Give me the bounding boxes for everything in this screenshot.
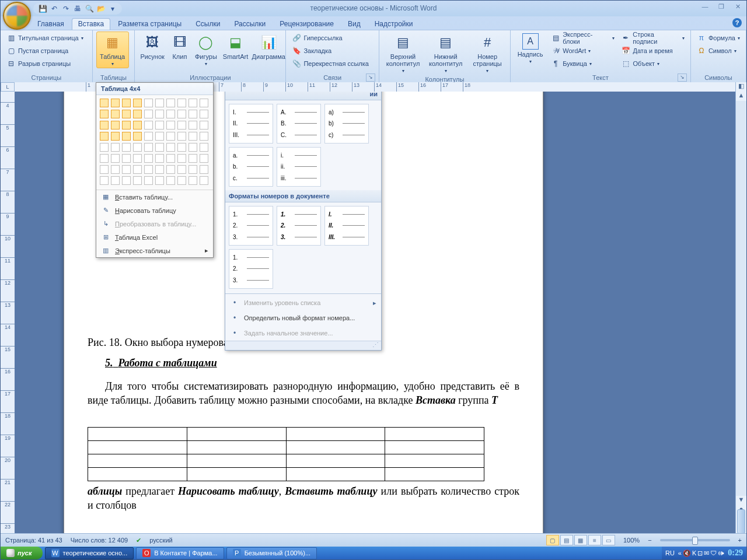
grid-cell[interactable] bbox=[100, 110, 109, 118]
scroll-thumb[interactable] bbox=[737, 509, 745, 534]
btn-hyperlink[interactable]: Гиперссылка bbox=[289, 32, 371, 44]
grid-cell[interactable] bbox=[111, 154, 120, 163]
btn-page-break[interactable]: ⊟Разрыв страницы bbox=[4, 57, 86, 70]
grid-cell[interactable] bbox=[144, 154, 153, 163]
tab-layout[interactable]: Разметка страницы bbox=[111, 18, 188, 30]
grid-cell[interactable] bbox=[200, 154, 208, 163]
grid-cell[interactable] bbox=[111, 176, 120, 185]
grid-cell[interactable] bbox=[100, 176, 109, 185]
grid-cell[interactable] bbox=[111, 99, 120, 107]
grid-cell[interactable] bbox=[111, 110, 120, 118]
text-launcher[interactable]: ↘ bbox=[678, 74, 687, 82]
grid-cell[interactable] bbox=[155, 154, 164, 163]
grid-cell[interactable] bbox=[177, 154, 186, 163]
btn-shapes[interactable]: Фигуры bbox=[193, 32, 219, 68]
tray-icon[interactable]: ⊡ bbox=[697, 550, 703, 556]
btn-footer[interactable]: Нижний колонтитул bbox=[425, 32, 466, 75]
office-button[interactable] bbox=[3, 2, 31, 30]
scroll-up-button[interactable]: ▲ bbox=[736, 92, 746, 101]
btn-table[interactable]: Таблица bbox=[96, 32, 129, 68]
grid-cell[interactable] bbox=[189, 132, 197, 141]
table-menu-item[interactable]: ✎Нарисовать таблицу bbox=[96, 204, 213, 217]
grid-cell[interactable] bbox=[189, 121, 197, 130]
tab-home[interactable]: Главная bbox=[31, 18, 71, 30]
btn-symbol[interactable]: Символ bbox=[694, 44, 742, 57]
tray-lang[interactable]: RU bbox=[665, 550, 675, 556]
links-launcher[interactable]: ↘ bbox=[366, 74, 375, 82]
tab-references[interactable]: Ссылки bbox=[189, 18, 226, 30]
btn-clip[interactable]: Клип bbox=[169, 32, 191, 62]
grid-cell[interactable] bbox=[133, 165, 142, 174]
btn-chart[interactable]: Диаграмма bbox=[252, 32, 285, 62]
grid-cell[interactable] bbox=[155, 99, 164, 107]
grid-cell[interactable] bbox=[177, 143, 186, 152]
tray-icon[interactable]: 🛡 bbox=[710, 550, 717, 556]
btn-pagenum[interactable]: Номер страницы bbox=[468, 32, 507, 75]
grid-cell[interactable] bbox=[133, 154, 142, 163]
tray-icon[interactable]: « bbox=[678, 550, 682, 556]
close-button[interactable]: ✕ bbox=[731, 2, 744, 11]
view-outline[interactable]: ≡ bbox=[588, 535, 601, 545]
grid-cell[interactable] bbox=[144, 99, 153, 107]
grid-cell[interactable] bbox=[155, 143, 164, 152]
tab-addins[interactable]: Надстройки bbox=[368, 18, 420, 30]
zoom-in-button[interactable]: + bbox=[738, 537, 742, 544]
gallery-thumb[interactable]: 1.2.3. bbox=[229, 249, 273, 289]
grid-cell[interactable] bbox=[200, 110, 208, 118]
btn-header[interactable]: Верхний колонтитул bbox=[383, 32, 423, 75]
spellcheck-icon[interactable]: ✔ bbox=[136, 537, 141, 544]
table-menu-item[interactable]: ▥Экспресс-таблицы▸ bbox=[96, 244, 213, 257]
zoom-slider[interactable] bbox=[660, 539, 730, 541]
grid-cell[interactable] bbox=[122, 110, 131, 118]
grid-cell[interactable] bbox=[144, 143, 153, 152]
btn-dropcap[interactable]: Буквица bbox=[549, 57, 616, 70]
grid-cell[interactable] bbox=[144, 165, 153, 174]
view-draft[interactable]: ▭ bbox=[602, 535, 615, 545]
tab-view[interactable]: Вид bbox=[341, 18, 367, 30]
qat-open-icon[interactable]: 📂 bbox=[96, 4, 106, 13]
btn-blank-page[interactable]: ▢Пустая страница bbox=[4, 44, 86, 57]
gallery-thumb[interactable]: a.b.c. bbox=[229, 147, 273, 187]
btn-picture[interactable]: Рисунок bbox=[138, 32, 166, 62]
grid-cell[interactable] bbox=[100, 121, 109, 130]
btn-quickparts[interactable]: ▤Экспресс-блоки bbox=[549, 32, 616, 44]
grid-cell[interactable] bbox=[177, 110, 186, 118]
gallery-thumb[interactable]: A.B.C. bbox=[277, 104, 321, 144]
grid-cell[interactable] bbox=[189, 99, 197, 107]
grid-cell[interactable] bbox=[166, 154, 175, 163]
gallery-thumb[interactable]: 1.2.3. bbox=[277, 206, 321, 246]
scroll-track[interactable] bbox=[736, 101, 746, 496]
grid-cell[interactable] bbox=[100, 132, 109, 141]
grid-cell[interactable] bbox=[133, 121, 142, 130]
btn-datetime[interactable]: Дата и время bbox=[619, 44, 687, 57]
qat-print-icon[interactable]: 🖶 bbox=[73, 4, 82, 13]
grid-cell[interactable] bbox=[133, 99, 142, 107]
grid-cell[interactable] bbox=[200, 165, 208, 174]
grid-cell[interactable] bbox=[122, 165, 131, 174]
qat-redo-icon[interactable]: ↷ bbox=[61, 4, 71, 13]
qat-save-icon[interactable]: 💾 bbox=[38, 4, 47, 13]
grid-cell[interactable] bbox=[166, 165, 175, 174]
view-web[interactable]: ▦ bbox=[574, 535, 587, 545]
grid-cell[interactable] bbox=[144, 176, 153, 185]
tab-insert[interactable]: Вставка bbox=[72, 18, 111, 30]
btn-equation[interactable]: Формула bbox=[694, 32, 742, 44]
zoom-label[interactable]: 100% bbox=[623, 537, 640, 544]
grid-cell[interactable] bbox=[100, 154, 109, 163]
gallery-thumb[interactable]: I.II.III. bbox=[324, 206, 369, 246]
minimize-button[interactable]: — bbox=[699, 2, 711, 11]
table-menu-item[interactable]: ⊞Таблица Excel bbox=[96, 230, 213, 244]
grid-cell[interactable] bbox=[122, 99, 131, 107]
status-page[interactable]: Страница: 41 из 43 bbox=[5, 537, 62, 544]
grid-cell[interactable] bbox=[189, 176, 197, 185]
grid-cell[interactable] bbox=[100, 165, 109, 174]
grid-cell[interactable] bbox=[155, 165, 164, 174]
help-button[interactable]: ? bbox=[732, 18, 742, 27]
grid-cell[interactable] bbox=[100, 143, 109, 152]
grid-cell[interactable] bbox=[189, 154, 197, 163]
restore-button[interactable]: ❐ bbox=[715, 2, 728, 11]
grid-cell[interactable] bbox=[100, 99, 109, 107]
grid-cell[interactable] bbox=[166, 110, 175, 118]
grid-cell[interactable] bbox=[155, 110, 164, 118]
grid-cell[interactable] bbox=[177, 132, 186, 141]
